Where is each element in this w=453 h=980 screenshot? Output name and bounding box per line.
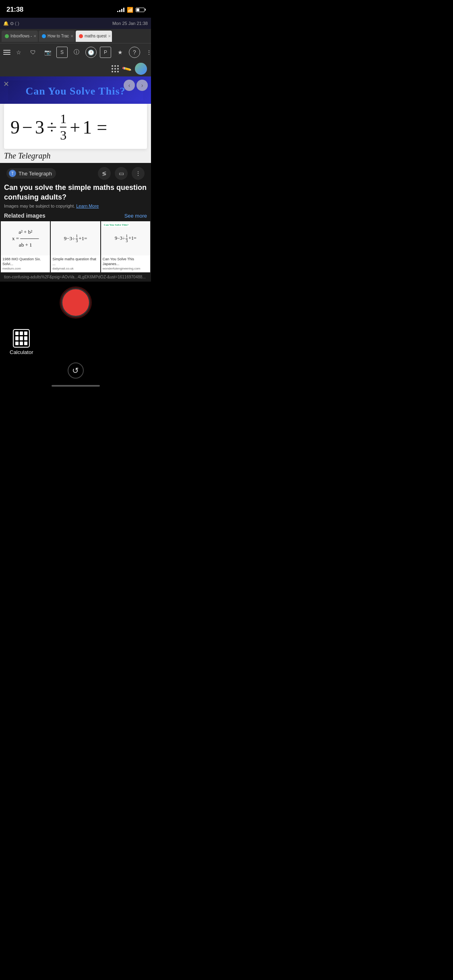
puzzle-header-bg: Can You Solve This? ✕ ‹ › bbox=[0, 76, 151, 104]
calculator-tool[interactable]: Calculator bbox=[10, 329, 33, 355]
calculator-icon bbox=[13, 329, 30, 348]
avatar[interactable] bbox=[135, 63, 147, 75]
toolbar-row: ✏️ bbox=[0, 61, 151, 76]
eq-one: 1 bbox=[83, 117, 92, 138]
undo-section: ↺ bbox=[0, 359, 151, 382]
related-caption-3: Can You Solve This Japanes... wonderfule… bbox=[101, 255, 150, 272]
browser-tabs: Inboxflows - ✕ How to Trac ✕ maths quest… bbox=[0, 29, 151, 43]
related-math-2: 9−3÷ 1 3 +1= bbox=[64, 234, 87, 243]
related-item-1-content: a² + b² x = ───── ab + 1 bbox=[1, 221, 50, 255]
star-icon[interactable]: ☆ bbox=[13, 47, 24, 58]
next-arrow[interactable]: › bbox=[137, 80, 148, 91]
math-dots bbox=[9, 109, 38, 112]
bookmark-button[interactable]: ▭ bbox=[115, 167, 128, 180]
tab-inboxflows[interactable]: Inboxflows - ✕ bbox=[2, 31, 38, 42]
tab-label-inboxflows: Inboxflows - bbox=[10, 34, 32, 38]
more-button[interactable]: ⋮ bbox=[132, 167, 145, 180]
tab-close-maths[interactable]: ✕ bbox=[108, 34, 111, 38]
source-chip-icon: T bbox=[9, 170, 16, 177]
related-item-2-content: 9−3÷ 1 3 +1= bbox=[51, 221, 100, 255]
eq-fraction: 1 3 bbox=[60, 112, 66, 142]
solve-badge: Can You Solve This? bbox=[103, 223, 130, 227]
status-time: 21:38 bbox=[6, 6, 23, 14]
see-more-link[interactable]: See more bbox=[124, 213, 147, 219]
url-bar: tion-confusing-adults%2F&psig=AOvVa...4L… bbox=[0, 272, 151, 282]
undo-icon: ↺ bbox=[72, 366, 79, 375]
question-circle-icon[interactable]: ? bbox=[129, 47, 140, 58]
hamburger-menu[interactable] bbox=[3, 50, 10, 55]
tab-close-inboxflows[interactable]: ✕ bbox=[33, 34, 37, 38]
tab-label-howtotrack: How to Trac bbox=[48, 34, 69, 38]
tools-section: Calculator bbox=[0, 325, 151, 359]
apps-grid-icon[interactable] bbox=[112, 65, 119, 72]
share-button[interactable]: ≶ bbox=[98, 167, 111, 180]
learn-more-link[interactable]: Learn More bbox=[76, 204, 99, 208]
share-actions: ≶ ▭ ⋮ bbox=[98, 167, 145, 180]
recording-overlay bbox=[0, 282, 151, 325]
math-display: 9 − 3 ÷ 1 3 + 1 = bbox=[4, 104, 147, 149]
prev-arrow[interactable]: ‹ bbox=[124, 80, 135, 91]
related-title: Related images bbox=[4, 212, 46, 219]
clock-circle-icon[interactable]: 🕐 bbox=[85, 47, 97, 58]
tab-favicon-howtotrack bbox=[42, 34, 46, 38]
camera-icon[interactable]: 📷 bbox=[42, 47, 53, 58]
more-dots-icon[interactable]: ⋮ bbox=[143, 47, 151, 58]
bookmark-star-icon[interactable]: ★ bbox=[114, 47, 126, 58]
tab-favicon-maths bbox=[79, 34, 83, 38]
tab-favicon-inboxflows bbox=[5, 34, 9, 38]
close-button[interactable]: ✕ bbox=[3, 80, 9, 89]
calculator-label: Calculator bbox=[10, 349, 33, 355]
system-icons: 🔔 ⊙ 〈 〉 bbox=[3, 21, 19, 26]
battery-icon bbox=[136, 8, 145, 12]
related-math-1: a² + b² x = ───── ab + 1 bbox=[12, 229, 39, 248]
related-caption-2: Simple maths question that ... dailymail… bbox=[51, 255, 100, 272]
p-icon[interactable]: P bbox=[100, 47, 111, 58]
telegraph-logo: The Telegraph bbox=[0, 149, 151, 163]
home-bar[interactable] bbox=[52, 385, 100, 387]
image-search-section: T The Telegraph ≶ ▭ ⋮ Can you solve the … bbox=[0, 163, 151, 282]
info-icon[interactable]: ⓘ bbox=[71, 47, 82, 58]
copyright-note: Images may be subject to copyright. Lear… bbox=[0, 204, 151, 210]
math-fade bbox=[123, 104, 147, 149]
eq-equals: = bbox=[97, 117, 107, 138]
source-chip[interactable]: T The Telegraph bbox=[6, 168, 56, 179]
wifi-icon: 📶 bbox=[127, 7, 133, 13]
url-text: tion-confusing-adults%2F&psig=AOvVa...4L… bbox=[4, 275, 146, 279]
s-icon[interactable]: S bbox=[56, 47, 68, 58]
math-equation: 9 − 3 ÷ 1 3 + 1 = bbox=[10, 112, 107, 142]
fraction-numerator: 1 bbox=[60, 112, 66, 128]
address-bar-area: ☆ 🛡 📷 S ⓘ 🕐 P ★ ? ⋮ bbox=[0, 43, 151, 61]
home-indicator bbox=[0, 382, 151, 391]
system-bar: 🔔 ⊙ 〈 〉 Mon 25 Jan 21:38 bbox=[0, 18, 151, 29]
source-chip-label: The Telegraph bbox=[19, 171, 52, 177]
related-header: Related images See more bbox=[0, 210, 151, 221]
eq-three: 3 bbox=[35, 117, 44, 138]
related-item-3-content: Can You Solve This? 9−3÷ 1 3 +1= bbox=[101, 221, 150, 255]
eq-nine: 9 bbox=[10, 117, 20, 138]
record-button[interactable] bbox=[61, 288, 90, 317]
sys-left: 🔔 ⊙ 〈 〉 bbox=[3, 21, 19, 26]
address-bar-icons: ☆ 🛡 📷 S ⓘ 🕐 P ★ ? ⋮ bbox=[13, 47, 151, 58]
tab-howtotrack[interactable]: How to Trac ✕ bbox=[39, 31, 75, 42]
related-item-1[interactable]: a² + b² x = ───── ab + 1 1988 IMO Questi… bbox=[1, 221, 50, 272]
eq-divide: ÷ bbox=[47, 117, 57, 138]
related-math-3: 9−3÷ 1 3 +1= bbox=[115, 234, 137, 243]
math-section: Can You Solve This? ✕ ‹ › 9 − 3 ÷ 1 3 + … bbox=[0, 76, 151, 163]
eq-plus: + bbox=[70, 117, 80, 138]
puzzle-header: Can You Solve This? bbox=[8, 80, 143, 101]
tab-close-howtotrack[interactable]: ✕ bbox=[70, 34, 74, 38]
signal-icon bbox=[117, 7, 124, 12]
main-title: Can you solve the simple maths question … bbox=[0, 183, 151, 204]
system-right: Mon 25 Jan 21:38 bbox=[112, 21, 148, 26]
related-item-3[interactable]: Can You Solve This? 9−3÷ 1 3 +1= Can You… bbox=[101, 221, 150, 272]
undo-button[interactable]: ↺ bbox=[68, 362, 84, 379]
shield-icon[interactable]: 🛡 bbox=[27, 47, 39, 58]
status-icons: 📶 bbox=[117, 7, 145, 13]
tab-maths[interactable]: maths quest ✕ bbox=[76, 31, 112, 42]
pen-icon[interactable]: ✏️ bbox=[122, 64, 132, 74]
related-item-2[interactable]: 9−3÷ 1 3 +1= Simple maths question that … bbox=[51, 221, 100, 272]
eq-minus: − bbox=[22, 117, 33, 138]
fraction-denominator: 3 bbox=[60, 128, 66, 142]
system-date: Mon 25 Jan 21:38 bbox=[112, 21, 148, 26]
source-row: T The Telegraph ≶ ▭ ⋮ bbox=[0, 167, 151, 183]
